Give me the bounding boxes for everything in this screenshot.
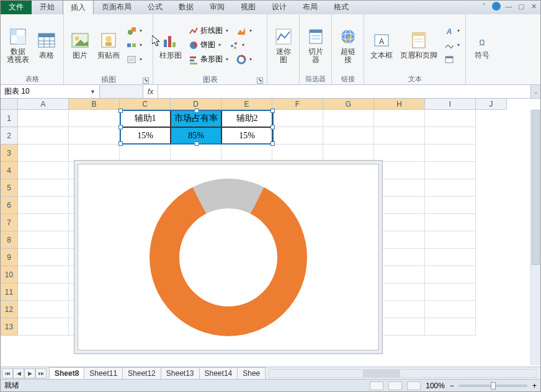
col-J[interactable]: J [476,99,507,110]
sheet-nav-last[interactable]: ⏭ [35,368,47,378]
sheet-tab[interactable]: Sheet14 [199,367,238,379]
tab-file[interactable]: 文件 [1,0,32,14]
donut-chart[interactable] [150,179,307,336]
worksheet-grid[interactable]: A B C D E F G H I J 1 2 3 4 5 6 7 8 9 10… [1,99,540,365]
svg-text:A: A [446,27,452,36]
col-F[interactable]: F [272,99,323,110]
bar-chart-button[interactable]: 条形图▾ ▾ [187,53,256,66]
smartart-button[interactable]: ▾ [125,38,144,52]
sheet-tab[interactable]: Shee [237,367,266,379]
row-10[interactable]: 10 [1,266,18,283]
table-button[interactable]: 表格 [34,29,59,61]
formula-expand-icon[interactable]: ⌄ [530,85,540,98]
sheet-tab[interactable]: Sheet11 [84,367,123,379]
col-B[interactable]: B [69,99,120,110]
zoom-in-icon[interactable]: + [532,381,537,390]
svg-rect-36 [311,38,320,40]
row-3[interactable]: 3 [1,145,18,162]
header-footer-button[interactable]: 页眉和页脚 [398,29,440,61]
name-box[interactable]: 图表 10▼ [1,85,100,98]
formula-input[interactable] [158,85,530,98]
row-headers[interactable]: 1 2 3 4 5 6 7 8 9 10 11 12 13 [1,110,18,336]
ribbon-min-icon[interactable]: ˄ [480,2,488,11]
fx-icon[interactable]: fx [143,85,158,98]
picture-button[interactable]: 图片 [68,29,92,61]
group-text-label: 文本 [367,74,463,84]
charts-dialog-icon[interactable]: ⬊ [257,78,263,84]
sheet-tab[interactable]: Sheet12 [122,367,161,379]
tab-chartlayout[interactable]: 布局 [295,0,326,14]
minimize-icon[interactable]: — [504,2,513,11]
sheet-tab[interactable]: Sheet8 [49,367,84,379]
svg-rect-18 [132,43,136,47]
sheet-nav-first[interactable]: ⏮ [2,368,13,378]
restore-icon[interactable]: ▢ [517,2,525,11]
zoom-out-icon[interactable]: − [450,381,454,390]
tab-view[interactable]: 视图 [233,0,264,14]
row-5[interactable]: 5 [1,179,18,197]
row-8[interactable]: 8 [1,231,18,249]
sheet-tab[interactable]: Sheet13 [161,367,200,379]
row-6[interactable]: 6 [1,197,18,214]
sparkline-button[interactable]: 迷你图 [271,25,296,65]
screenshot-button[interactable]: ▾ [125,53,144,66]
shapes-button[interactable]: ▾ [125,24,144,38]
tab-design[interactable]: 设计 [264,0,295,14]
column-headers[interactable]: A B C D E F G H I J [18,99,507,110]
slicer-button[interactable]: 切片器 [303,25,328,65]
row-1[interactable]: 1 [1,110,18,127]
textbox-button[interactable]: A 文本框 [368,29,395,61]
pie-chart-button[interactable]: 饼图▾ ▾ [187,38,256,52]
svg-point-13 [105,36,112,42]
sheet-nav-prev[interactable]: ◀ [13,368,24,378]
view-pagebreak-button[interactable] [407,381,421,390]
col-G[interactable]: G [323,99,374,110]
svg-rect-28 [190,56,196,58]
select-all-corner[interactable] [1,99,18,110]
tab-layout[interactable]: 页面布局 [94,0,140,14]
help-icon[interactable]: ? [492,2,501,11]
tab-insert[interactable]: 插入 [63,0,94,14]
row-11[interactable]: 11 [1,283,18,301]
row-12[interactable]: 12 [1,301,18,318]
signature-button[interactable]: ▾ [442,38,462,52]
pivot-table-button[interactable]: 数据 透视表 [4,25,32,65]
line-chart-button[interactable]: 折线图▾ ▾ [187,24,256,38]
sheet-nav-next[interactable]: ▶ [24,368,35,378]
row-7[interactable]: 7 [1,214,18,231]
tab-formulas[interactable]: 公式 [140,0,171,14]
close-icon[interactable]: ✕ [529,2,538,11]
col-E[interactable]: E [221,99,272,110]
row-4[interactable]: 4 [1,162,18,179]
tab-home[interactable]: 开始 [32,0,63,14]
col-A[interactable]: A [18,99,69,110]
chart-object[interactable] [74,160,383,354]
svg-text:A: A [379,37,384,46]
col-I[interactable]: I [425,99,476,110]
svg-rect-35 [311,35,320,37]
tab-review[interactable]: 审阅 [202,0,233,14]
column-chart-button[interactable]: 柱形图 [157,29,184,61]
tab-data[interactable]: 数据 [171,0,202,14]
symbol-button[interactable]: Ω 符号 [470,29,494,61]
group-spark-label [270,74,297,84]
view-layout-button[interactable] [388,381,402,390]
col-H[interactable]: H [374,99,425,110]
view-normal-button[interactable] [370,381,383,390]
row-9[interactable]: 9 [1,249,18,266]
vertical-scrollbar[interactable] [530,110,540,365]
row-13[interactable]: 13 [1,318,18,336]
tab-format[interactable]: 格式 [326,0,357,14]
zoom-slider[interactable] [459,385,527,387]
svg-rect-21 [164,40,167,47]
clipart-button[interactable]: 剪贴画 [95,29,122,61]
hyperlink-button[interactable]: 超链接 [336,25,360,65]
row-2[interactable]: 2 [1,127,18,145]
illus-dialog-icon[interactable]: ⬊ [143,78,149,84]
wordart-button[interactable]: A▾ [442,24,462,38]
object-button[interactable] [442,53,462,66]
col-C[interactable]: C [120,99,171,110]
horizontal-scrollbar[interactable] [269,369,537,378]
namebox-dropdown-icon[interactable]: ▼ [90,89,96,95]
zoom-level[interactable]: 100% [426,381,445,390]
